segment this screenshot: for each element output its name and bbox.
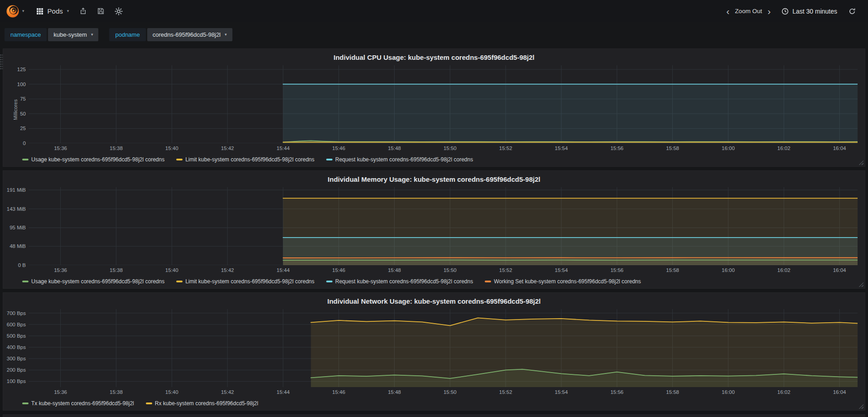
variable-value-podname[interactable]: coredns-695f96dcd5-98j2l ▾ — [147, 28, 232, 41]
panel-individual-network-usage: Individual Network Usage: kube-system co… — [3, 292, 865, 411]
panel-title[interactable]: Individual Network Usage: kube-system co… — [7, 296, 861, 309]
variable-label-namespace[interactable]: namespace — [5, 28, 47, 41]
network-plot — [29, 309, 858, 387]
time-shift-forward-button[interactable]: › — [764, 6, 774, 16]
x-tick-label: 15:38 — [110, 267, 123, 273]
x-tick-label: 16:00 — [722, 145, 735, 151]
variable-value-namespace[interactable]: kube-system ▾ — [48, 28, 98, 41]
x-tick-label: 15:42 — [221, 145, 234, 151]
y-tick-label: 600 Bps — [5, 322, 26, 327]
x-tick-label: 15:58 — [666, 145, 679, 151]
dashboard-submenu: namespace kube-system ▾ podname coredns-… — [0, 22, 868, 48]
refresh-button[interactable] — [844, 4, 861, 19]
y-tick-label: 25 — [5, 126, 26, 131]
legend-item[interactable]: Request kube-system coredns-695f96dcd5-9… — [326, 278, 473, 285]
time-shift-back-button[interactable]: ‹ — [723, 6, 733, 16]
time-range-label: Last 30 minutes — [792, 8, 837, 15]
legend: Usage kube-system coredns-695f96dcd5-98j… — [7, 154, 861, 165]
dashboard-picker[interactable]: Pods ▾ — [31, 4, 75, 19]
x-tick-label: 15:46 — [332, 389, 345, 395]
legend: Tx kube-system coredns-695f96dcd5-98j2lR… — [7, 398, 861, 409]
x-tick-label: 15:52 — [499, 389, 512, 395]
x-tick-label: 15:50 — [444, 389, 457, 395]
x-tick-label: 15:54 — [555, 389, 568, 395]
y-tick-label: 50 — [5, 111, 26, 116]
legend-item[interactable]: Usage kube-system coredns-695f96dcd5-98j… — [22, 156, 164, 163]
x-tick-label: 15:52 — [499, 267, 512, 273]
x-tick-label: 15:42 — [221, 389, 234, 395]
y-tick-label: 75 — [5, 96, 26, 102]
legend-series-color — [22, 281, 29, 282]
x-tick-label: 15:44 — [277, 389, 290, 395]
variable-label-podname[interactable]: podname — [109, 28, 145, 41]
legend: Usage kube-system coredns-695f96dcd5-98j… — [7, 276, 861, 287]
legend-series-label: Rx kube-system coredns-695f96dcd5-98j2l — [155, 400, 258, 407]
panel-filesystem-usage: Filesystem Usage: kube-system coredns-69… — [3, 414, 865, 417]
y-tick-label: 0 — [5, 141, 26, 146]
x-tick-label: 15:40 — [165, 267, 178, 273]
cpu-usage-chart[interactable]: Millicores 125100755025015:3615:3815:401… — [7, 65, 861, 154]
y-tick-label: 100 — [5, 82, 26, 87]
x-tick-label: 15:40 — [165, 145, 178, 151]
x-tick-label: 15:46 — [332, 145, 345, 151]
x-tick-label: 15:58 — [666, 389, 679, 395]
legend-item[interactable]: Request kube-system coredns-695f96dcd5-9… — [326, 156, 473, 163]
x-tick-label: 15:56 — [610, 267, 623, 273]
time-range-picker[interactable]: Last 30 minutes — [775, 8, 843, 15]
x-tick-label: 15:54 — [555, 145, 568, 151]
save-button[interactable] — [92, 4, 110, 19]
navbar: ▾ Pods ▾ — [0, 0, 868, 22]
x-tick-label: 15:36 — [54, 267, 67, 273]
share-button[interactable] — [74, 4, 92, 19]
legend-series-label: Usage kube-system coredns-695f96dcd5-98j… — [31, 156, 164, 163]
y-tick-label: 48 MiB — [5, 243, 26, 249]
y-tick-label: 700 Bps — [5, 310, 26, 316]
x-tick-label: 15:44 — [277, 145, 290, 151]
x-tick-label: 16:04 — [833, 389, 846, 395]
x-tick-label: 16:04 — [833, 267, 846, 273]
legend-item[interactable]: Rx kube-system coredns-695f96dcd5-98j2l — [146, 400, 258, 407]
chevron-down-icon: ▾ — [67, 9, 69, 13]
x-tick-label: 15:38 — [110, 389, 123, 395]
x-tick-label: 15:48 — [388, 267, 401, 273]
x-tick-label: 16:02 — [777, 145, 791, 151]
legend-item[interactable]: Limit kube-system coredns-695f96dcd5-98j… — [176, 156, 314, 163]
x-tick-label: 15:38 — [110, 145, 123, 151]
legend-item[interactable]: Tx kube-system coredns-695f96dcd5-98j2l — [22, 400, 134, 407]
x-tick-label: 15:44 — [277, 267, 290, 273]
grafana-main-menu[interactable]: ▾ — [5, 4, 31, 19]
settings-gear-icon[interactable] — [110, 4, 128, 19]
x-tick-label: 15:48 — [388, 389, 401, 395]
panel-title[interactable]: Individual CPU Usage: kube-system coredn… — [7, 52, 861, 65]
legend-series-color — [146, 402, 152, 404]
y-axis-unit-label: Millicores — [13, 99, 18, 120]
legend-series-label: Request kube-system coredns-695f96dcd5-9… — [335, 156, 473, 163]
x-tick-label: 15:50 — [444, 267, 457, 273]
memory-plot — [29, 187, 858, 265]
legend-series-label: Tx kube-system coredns-695f96dcd5-98j2l — [31, 400, 134, 407]
x-tick-label: 16:02 — [777, 267, 791, 273]
x-tick-label: 15:36 — [54, 145, 67, 151]
clock-icon — [781, 8, 789, 15]
memory-usage-chart[interactable]: 191 MiB143 MiB95 MiB48 MiB0 B15:3615:381… — [7, 187, 861, 276]
chevron-down-icon: ▾ — [225, 33, 227, 37]
y-tick-label: 400 Bps — [5, 344, 26, 350]
legend-item[interactable]: Working Set kube-system coredns-695f96dc… — [485, 278, 641, 285]
legend-item[interactable]: Limit kube-system coredns-695f96dcd5-98j… — [176, 278, 314, 285]
legend-item[interactable]: Usage kube-system coredns-695f96dcd5-98j… — [22, 278, 164, 285]
y-tick-label: 300 Bps — [5, 356, 26, 361]
legend-series-label: Limit kube-system coredns-695f96dcd5-98j… — [185, 156, 314, 163]
y-tick-label: 0 B — [5, 262, 26, 268]
legend-series-color — [176, 159, 183, 160]
network-usage-chart[interactable]: 700 Bps600 Bps500 Bps400 Bps300 Bps200 B… — [7, 309, 861, 398]
cpu-plot — [29, 65, 858, 143]
x-tick-label: 16:00 — [722, 267, 735, 273]
x-tick-label: 16:04 — [833, 145, 846, 151]
dashboard-grid-icon — [36, 8, 43, 15]
zoom-out-button[interactable]: Zoom Out — [734, 8, 763, 15]
x-tick-label: 15:46 — [332, 267, 345, 273]
y-tick-label: 100 Bps — [5, 378, 26, 384]
panel-title[interactable]: Individual Memory Usage: kube-system cor… — [7, 174, 861, 187]
x-tick-label: 15:54 — [555, 267, 568, 273]
legend-series-color — [326, 281, 333, 282]
